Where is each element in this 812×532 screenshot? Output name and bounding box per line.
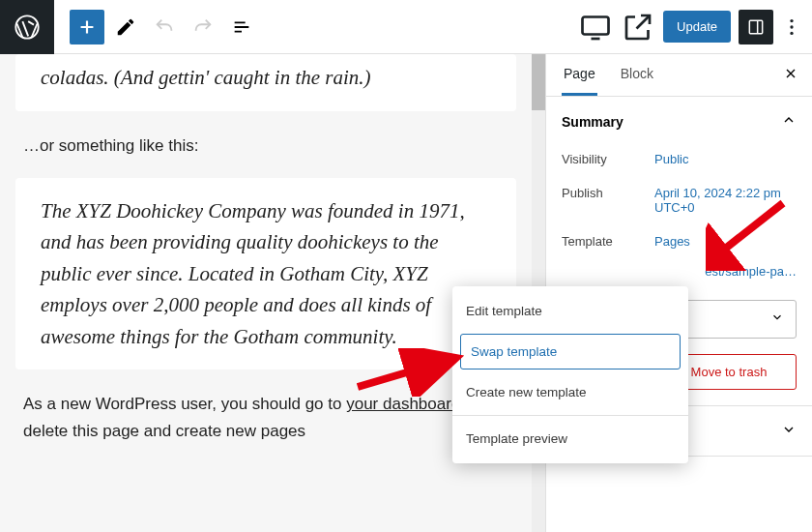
section-title: Summary (562, 114, 624, 130)
paragraph-block[interactable]: …or something like this: (15, 133, 516, 178)
paragraph-block[interactable]: As a new WordPress user, you should go t… (15, 391, 516, 462)
chevron-down-icon (781, 422, 797, 440)
document-overview-button[interactable] (224, 10, 259, 44)
template-preview-item[interactable]: Template preview (452, 420, 688, 458)
template-popover: Edit template Swap template Create new t… (452, 286, 688, 463)
visibility-value[interactable]: Public (654, 152, 797, 166)
redo-button[interactable] (186, 10, 220, 44)
publish-label: Publish (562, 186, 654, 215)
quote-block[interactable]: The XYZ Doohickey Company was founded in… (15, 178, 516, 370)
chevron-up-icon (781, 112, 797, 131)
svg-point-4 (790, 25, 793, 28)
text-run: As a new WordPress user, you should go t… (23, 395, 346, 413)
create-new-template-item[interactable]: Create new template (452, 373, 688, 411)
settings-panel-toggle[interactable] (739, 10, 773, 44)
chevron-down-icon (770, 310, 784, 328)
add-block-button[interactable] (70, 10, 104, 44)
close-sidebar-button[interactable] (783, 66, 798, 86)
template-label: Template (562, 234, 654, 249)
publish-row: Publish April 10, 2024 2:22 pm UTC+0 (546, 180, 812, 228)
sidebar-tabs: Page Block (546, 54, 812, 97)
template-row: Template Pages (546, 228, 812, 262)
svg-rect-2 (749, 20, 762, 33)
visibility-label: Visibility (562, 152, 654, 166)
svg-point-3 (790, 18, 793, 21)
scrollbar-thumb[interactable] (532, 54, 545, 110)
quote-block[interactable]: coladas. (And gettin' caught in the rain… (15, 54, 516, 111)
popover-divider (452, 415, 688, 416)
publish-value[interactable]: April 10, 2024 2:22 pm UTC+0 (654, 186, 797, 215)
swap-template-item[interactable]: Swap template (460, 334, 681, 369)
tab-page[interactable]: Page (562, 66, 597, 96)
link-your-dashboard[interactable]: your dashboard (346, 395, 460, 413)
template-value[interactable]: Pages (654, 234, 797, 249)
quote-text: The XYZ Doohickey Company was founded in… (41, 195, 491, 353)
main-area: coladas. (And gettin' caught in the rain… (0, 54, 812, 532)
undo-button[interactable] (147, 10, 182, 44)
wordpress-logo[interactable] (0, 0, 54, 54)
toolbar-left (54, 10, 259, 44)
toolbar-right: Update (578, 10, 812, 44)
update-button[interactable]: Update (663, 11, 731, 43)
quote-text: coladas. (And gettin' caught in the rain… (41, 62, 491, 94)
device-preview-button[interactable] (578, 10, 613, 44)
external-preview-button[interactable] (621, 10, 655, 44)
tab-block[interactable]: Block (619, 66, 655, 96)
top-toolbar: Update (0, 0, 812, 54)
edit-template-item[interactable]: Edit template (452, 292, 688, 330)
more-options-button[interactable] (781, 10, 802, 44)
svg-point-5 (790, 31, 793, 34)
visibility-row: Visibility Public (546, 146, 812, 180)
summary-heading[interactable]: Summary (546, 97, 812, 146)
svg-rect-1 (583, 16, 609, 34)
edit-mode-button[interactable] (108, 10, 143, 44)
